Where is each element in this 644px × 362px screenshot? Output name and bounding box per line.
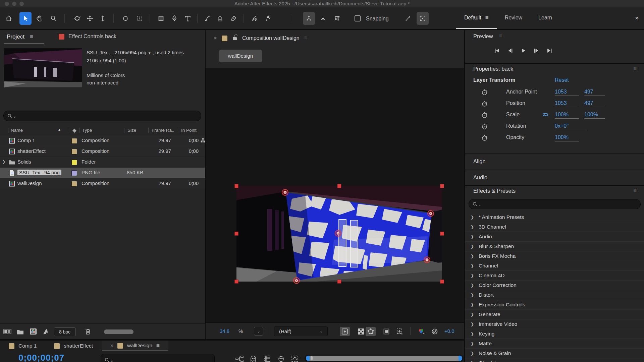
chevron-right-icon[interactable]: ❯ bbox=[471, 283, 474, 288]
project-search-input[interactable] bbox=[16, 111, 201, 121]
effects-category-row[interactable]: ❯ Generate bbox=[465, 310, 644, 319]
audio-section-header[interactable]: Audio bbox=[473, 174, 487, 181]
thumbnail-scale-slider[interactable] bbox=[104, 329, 133, 334]
navigator-start-handle[interactable] bbox=[306, 356, 310, 361]
play-button[interactable] bbox=[519, 46, 528, 55]
orbit-camera-tool[interactable] bbox=[71, 12, 83, 25]
close-tab-icon[interactable]: × bbox=[110, 343, 113, 349]
effects-category-row[interactable]: ❯ Audio bbox=[465, 232, 644, 242]
time-navigator[interactable] bbox=[305, 355, 464, 362]
exposure-icon[interactable] bbox=[430, 327, 440, 336]
stopwatch-icon[interactable] bbox=[481, 112, 488, 120]
tab-project[interactable]: Project ≡ bbox=[7, 34, 33, 40]
new-composition-icon[interactable] bbox=[30, 328, 37, 337]
chevron-right-icon[interactable]: ❯ bbox=[471, 234, 474, 239]
trash-icon[interactable] bbox=[85, 328, 91, 337]
item-label-swatch[interactable] bbox=[71, 149, 77, 155]
item-name[interactable]: SSU_Tex...94.png bbox=[17, 170, 61, 175]
chevron-right-icon[interactable]: ❯ bbox=[471, 215, 474, 220]
column-name[interactable]: Name bbox=[11, 128, 23, 133]
sort-ascending-icon[interactable]: ▲ bbox=[58, 128, 61, 131]
properties-panel-menu-icon[interactable]: ≡ bbox=[633, 66, 637, 72]
stopwatch-icon[interactable] bbox=[481, 134, 488, 142]
column-type[interactable]: Type bbox=[82, 128, 92, 133]
item-label-swatch[interactable] bbox=[71, 160, 77, 165]
region-of-interest-icon[interactable] bbox=[381, 327, 391, 336]
exposure-value[interactable]: +0.0 bbox=[444, 328, 454, 334]
draft-3d-icon[interactable] bbox=[278, 355, 284, 362]
previous-frame-button[interactable] bbox=[506, 46, 515, 55]
rectangle-tool[interactable] bbox=[155, 12, 167, 25]
roto-brush-tool[interactable] bbox=[248, 12, 260, 25]
fast-preview-icon[interactable] bbox=[340, 327, 350, 336]
effects-category-row[interactable]: ❯ Distort bbox=[465, 290, 644, 300]
selection-tool[interactable] bbox=[19, 12, 32, 25]
effects-category-row[interactable]: ❯ Cinema 4D bbox=[465, 271, 644, 281]
composition-tab[interactable]: × Composition wallDesign ≡ bbox=[206, 30, 464, 46]
chevron-right-icon[interactable]: ❯ bbox=[471, 244, 474, 249]
effects-category-row[interactable]: ❯ Channel bbox=[465, 261, 644, 271]
item-label-swatch[interactable] bbox=[71, 138, 77, 144]
composition-panel-menu-icon[interactable]: ≡ bbox=[304, 35, 308, 42]
resolution-dropdown[interactable]: (Half) ⌄ bbox=[274, 326, 328, 336]
eraser-tool[interactable] bbox=[227, 12, 239, 25]
timeline-tab[interactable]: shatterEffect bbox=[45, 341, 102, 351]
project-search[interactable]: ⌄ bbox=[3, 111, 201, 121]
dolly-camera-tool[interactable] bbox=[97, 12, 109, 25]
color-depth-button[interactable]: 8 bpc bbox=[54, 327, 76, 336]
zoom-value[interactable]: 34.8 bbox=[220, 328, 229, 334]
search-options-icon[interactable]: ⌄ bbox=[478, 203, 481, 207]
effects-category-row[interactable]: ❯ Matte bbox=[465, 339, 644, 349]
stopwatch-icon[interactable] bbox=[481, 100, 488, 108]
camera-region-tool[interactable] bbox=[133, 12, 146, 25]
search-options-icon[interactable]: ⌄ bbox=[110, 359, 113, 362]
current-time-field[interactable]: 0;00;00;07 bbox=[18, 353, 64, 362]
type-tool[interactable] bbox=[182, 12, 194, 25]
project-item-row[interactable]: Comp 1 Composition 29.97 0;00 bbox=[0, 135, 205, 146]
align-section-header[interactable]: Align bbox=[473, 158, 486, 165]
local-axis-mode-button[interactable] bbox=[303, 12, 315, 25]
zoom-tool[interactable] bbox=[48, 12, 60, 25]
workspace-menu-icon[interactable]: ≡ bbox=[485, 14, 489, 21]
chevron-right-icon[interactable]: ❯ bbox=[471, 351, 474, 356]
mask-visibility-icon[interactable] bbox=[366, 327, 376, 336]
effects-search[interactable]: ⌄ bbox=[469, 199, 641, 209]
chevron-right-icon[interactable]: ❯ bbox=[471, 293, 474, 297]
item-label-swatch[interactable] bbox=[71, 181, 77, 187]
pen-tool[interactable] bbox=[168, 12, 180, 25]
footage-filename[interactable]: SSU_Tex..._2106x994.png bbox=[87, 50, 146, 55]
footage-dropdown-icon[interactable]: ▼ bbox=[148, 51, 151, 55]
effects-category-row[interactable]: ❯ Obsolete bbox=[465, 358, 644, 362]
column-size[interactable]: Size bbox=[127, 128, 136, 133]
item-name[interactable]: wallDesign bbox=[17, 180, 42, 186]
chevron-right-icon[interactable]: ❯ bbox=[471, 361, 474, 362]
chevron-right-icon[interactable]: ❯ bbox=[471, 254, 474, 258]
interpret-footage-icon[interactable] bbox=[3, 328, 12, 337]
effects-category-row[interactable]: ❯ Blur & Sharpen bbox=[465, 242, 644, 251]
more-workspaces-icon[interactable]: » bbox=[635, 14, 638, 21]
close-tab-icon[interactable]: × bbox=[214, 35, 217, 42]
timeline-tab[interactable]: × wallDesign ≡ bbox=[102, 341, 168, 351]
link-icon[interactable] bbox=[542, 112, 549, 118]
navigator-end-handle[interactable] bbox=[459, 356, 462, 361]
expand-chevron-icon[interactable]: ❯ bbox=[2, 160, 5, 164]
transparency-grid-icon[interactable] bbox=[356, 327, 366, 336]
chevron-right-icon[interactable]: ❯ bbox=[471, 322, 474, 326]
project-item-row[interactable]: ❯ Solids Folder bbox=[0, 157, 205, 167]
wand-tool[interactable] bbox=[402, 12, 414, 25]
first-frame-button[interactable] bbox=[493, 46, 501, 55]
chevron-right-icon[interactable]: ❯ bbox=[471, 273, 474, 278]
project-item-row[interactable]: SSU_Tex...94.png PNG file 850 KB bbox=[0, 167, 205, 178]
workspace-tab[interactable]: Review bbox=[497, 7, 530, 29]
navigator-thumb[interactable] bbox=[311, 356, 313, 360]
timeline-search[interactable]: ⌄ bbox=[101, 354, 215, 362]
puppet-pin-tool[interactable] bbox=[262, 12, 274, 25]
column-frame-rate[interactable]: Frame Ra.. bbox=[152, 128, 174, 133]
item-name[interactable]: shatterEffect bbox=[17, 148, 46, 154]
workspace-tab[interactable]: Default ≡ bbox=[456, 7, 497, 29]
content-aware-button[interactable] bbox=[417, 12, 429, 25]
frame-blending-icon[interactable] bbox=[250, 355, 257, 362]
lock-open-icon[interactable] bbox=[232, 35, 237, 42]
last-frame-button[interactable] bbox=[545, 46, 554, 55]
column-in-point[interactable]: In Point bbox=[181, 128, 197, 133]
